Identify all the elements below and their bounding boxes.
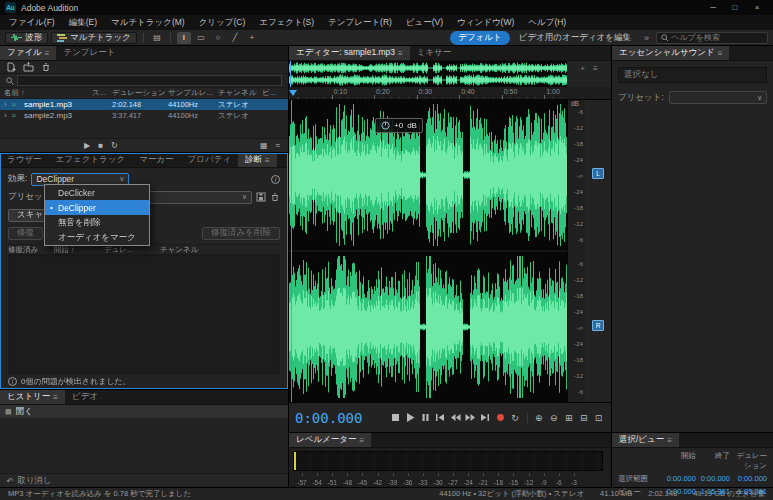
playhead-marker-icon[interactable] <box>289 90 297 100</box>
tab-files[interactable]: ファイル ≡ <box>0 46 56 60</box>
tab-level-meter[interactable]: レベルメーター ≡ <box>289 433 371 447</box>
volume-knob-icon[interactable] <box>381 121 390 130</box>
menu-item[interactable]: エフェクト(S) <box>252 17 321 29</box>
new-file-icon[interactable] <box>6 62 16 72</box>
tab-editor[interactable]: エディター: sample1.mp3 ≡ <box>289 46 410 60</box>
menu-item[interactable]: 編集(E) <box>62 17 104 29</box>
dropdown-menu-item[interactable]: •DeClipper <box>45 200 149 215</box>
editor-layout-icon[interactable]: ▤ <box>150 32 164 44</box>
timeline-ruler[interactable]: 0:100:200:300:400:501:00 <box>289 87 567 100</box>
workspace-overflow-icon[interactable]: » <box>640 33 653 43</box>
menu-item[interactable]: クリップ(C) <box>192 17 253 29</box>
essential-preset-select[interactable]: ∨ <box>669 91 767 104</box>
preview-play-icon[interactable]: ▶ <box>84 141 90 150</box>
disclosure-icon[interactable]: › <box>4 111 12 120</box>
minimize-button[interactable]: ─ <box>702 3 724 12</box>
skip-back-button[interactable] <box>434 410 447 425</box>
menu-item[interactable]: ビュー(V) <box>399 17 450 29</box>
menu-item[interactable]: ファイル(F) <box>2 17 62 29</box>
tab-mixer[interactable]: ミキサー <box>410 46 459 60</box>
dropdown-menu-item[interactable]: DeClicker <box>45 185 149 200</box>
import-file-icon[interactable] <box>23 62 34 72</box>
zoom-to-selection-button[interactable]: ⊡ <box>592 410 605 425</box>
marquee-selection-tool-icon[interactable]: ▭ <box>194 32 208 44</box>
panel-menu-icon[interactable]: ≡ <box>667 436 672 445</box>
waveform-display[interactable]: +0 dB <box>289 100 567 402</box>
dropdown-menu-item[interactable]: 無音を削除 <box>45 215 149 230</box>
tab-video[interactable]: ビデオ <box>65 390 105 404</box>
zoom-in-button[interactable]: ⊕ <box>532 410 545 425</box>
channel-badge[interactable]: R <box>592 320 604 331</box>
zoom-in-amplitude-button[interactable]: ⊞ <box>562 410 575 425</box>
skip-forward-button[interactable] <box>479 410 492 425</box>
delete-preset-icon[interactable] <box>270 192 280 202</box>
fast-forward-button[interactable] <box>464 410 477 425</box>
repair-button[interactable]: 修復 <box>8 227 43 240</box>
play-button[interactable] <box>404 410 417 425</box>
waveform-ch1[interactable] <box>289 100 567 250</box>
panel-tab[interactable]: エフェクトラック <box>49 153 133 167</box>
overview-playhead[interactable] <box>290 61 291 87</box>
file-column-header[interactable]: ス... <box>92 88 112 98</box>
waveform-ch2[interactable] <box>289 252 567 402</box>
help-search-input[interactable] <box>671 33 763 42</box>
file-column-header[interactable]: サンプルレ... <box>168 88 218 98</box>
panel-tab[interactable]: ラウザー <box>0 153 49 167</box>
file-row[interactable]: ›≈sample1.mp32:02.14844100Hzステレオ <box>0 99 288 110</box>
panel-menu-icon[interactable]: ≡ <box>718 49 723 58</box>
zoom-navigator[interactable] <box>289 61 567 87</box>
diag-column-header[interactable]: 開始↑ <box>54 245 104 255</box>
menu-item[interactable]: マルチトラック(M) <box>104 17 192 29</box>
menu-item[interactable]: ウィンドウ(W) <box>450 17 521 29</box>
file-column-header[interactable]: 名前↑ <box>4 88 92 98</box>
pause-button[interactable] <box>419 410 432 425</box>
files-search-input[interactable] <box>17 75 282 86</box>
maximize-button[interactable]: □ <box>724 3 746 12</box>
time-selection-tool-icon[interactable]: I <box>177 32 191 44</box>
overview-canvas[interactable] <box>289 61 567 87</box>
panel-menu-icon[interactable]: ≡ <box>360 436 365 445</box>
workspace-default-button[interactable]: デフォルト <box>450 31 510 45</box>
zoom-out-amplitude-button[interactable]: ⊟ <box>577 410 590 425</box>
dropdown-menu-item[interactable]: オーディオをマーク <box>45 230 149 245</box>
record-button[interactable] <box>494 410 507 425</box>
close-button[interactable]: × <box>746 3 768 12</box>
panel-menu-icon[interactable]: ≡ <box>265 156 270 165</box>
diag-column-header[interactable]: チャンネル <box>160 245 280 255</box>
info-icon[interactable]: i <box>271 175 280 184</box>
panel-menu-icon[interactable]: ≡ <box>398 49 403 58</box>
waveform-display-icon[interactable]: ≈ <box>276 141 280 150</box>
delete-repaired-button[interactable]: 修復済みを削除 <box>202 227 280 240</box>
workspace-edit-audio-for-video-button[interactable]: ビデオ用のオーディオを編集 <box>513 32 637 44</box>
menu-item[interactable]: ヘルプ(H) <box>521 17 573 29</box>
file-column-header[interactable]: デュレーション <box>112 88 168 98</box>
help-search-box[interactable] <box>656 32 768 44</box>
diag-column-header[interactable]: 修復済み <box>8 245 54 255</box>
multitrack-view-button[interactable]: マルチトラック <box>51 32 137 44</box>
panel-menu-icon[interactable]: ≡ <box>45 49 50 58</box>
panel-tab[interactable]: プロパティ <box>181 153 239 167</box>
preview-loop-icon[interactable]: ↻ <box>111 141 118 150</box>
undo-label[interactable]: 取り消し <box>17 475 51 487</box>
panel-tab[interactable]: マーカー <box>132 153 180 167</box>
trash-icon[interactable] <box>41 62 51 72</box>
diag-column-header[interactable]: デュレ... <box>104 245 160 255</box>
undo-icon[interactable]: ↶ <box>6 476 13 486</box>
playhead-line[interactable] <box>291 100 292 402</box>
volume-hud[interactable]: +0 dB <box>375 118 423 133</box>
preview-stop-icon[interactable]: ■ <box>98 141 103 150</box>
save-preset-icon[interactable] <box>256 192 266 202</box>
panel-options-icon[interactable]: ≡ <box>593 64 598 73</box>
spectral-display-icon[interactable]: ▦ <box>260 141 268 150</box>
panel-menu-icon[interactable]: ≡ <box>53 393 58 402</box>
channel-badge[interactable]: L <box>592 168 604 179</box>
disclosure-icon[interactable]: › <box>4 100 12 109</box>
file-row[interactable]: ›≈sample2.mp33:37.41744100Hzステレオ <box>0 110 288 121</box>
panel-tab[interactable]: 診断≡ <box>238 153 277 167</box>
waveform-view-button[interactable]: 波形 <box>5 32 48 44</box>
paintbrush-selection-tool-icon[interactable]: ╱ <box>228 32 242 44</box>
stop-button[interactable] <box>389 410 402 425</box>
diagnostics-result-list[interactable] <box>8 255 280 374</box>
crosshair-icon[interactable]: + <box>580 64 585 73</box>
file-column-header[interactable]: チャンネル <box>218 88 262 98</box>
